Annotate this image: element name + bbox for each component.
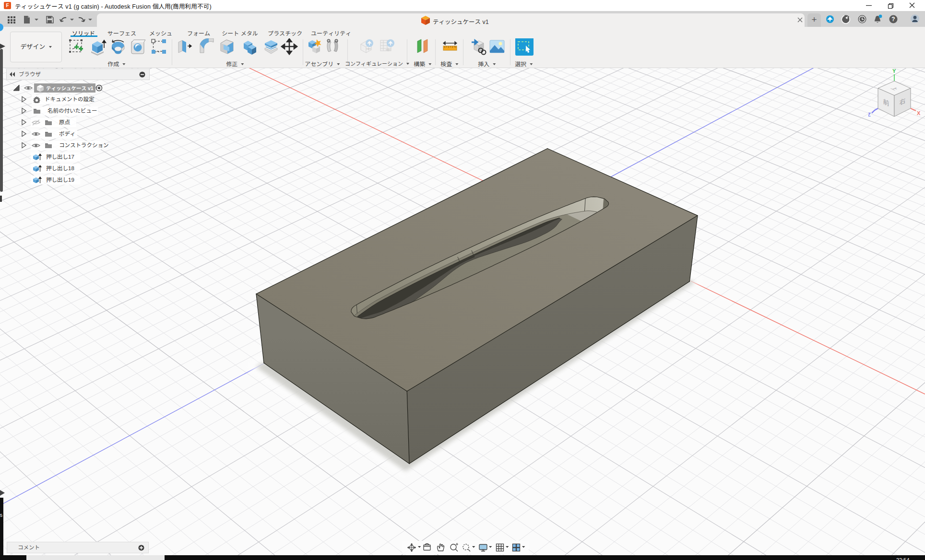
- svg-text:5: 5: [0, 513, 2, 518]
- svg-text:X: X: [917, 110, 921, 116]
- svg-text:Z: Z: [868, 112, 871, 117]
- svg-text:Y: Y: [892, 68, 896, 74]
